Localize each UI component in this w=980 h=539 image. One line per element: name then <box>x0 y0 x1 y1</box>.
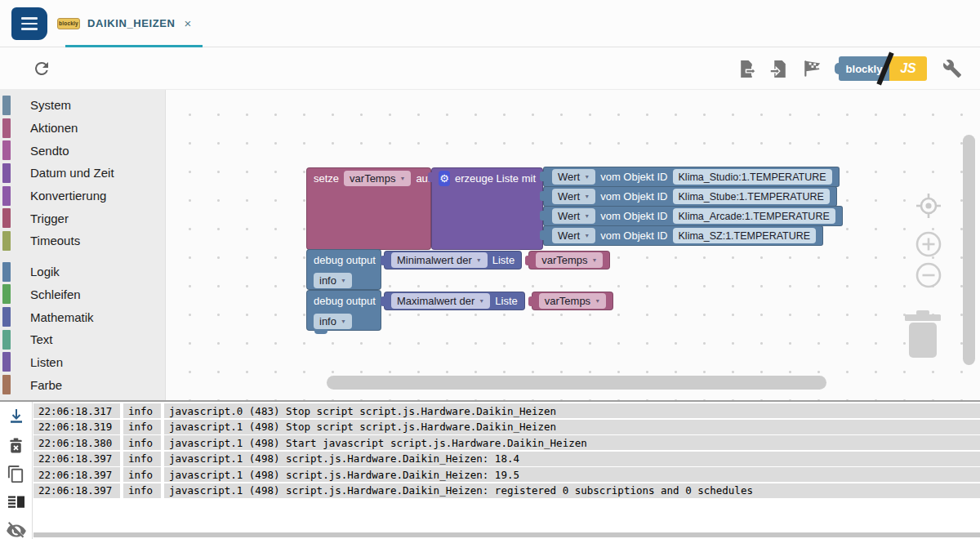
object-id-field[interactable]: Klima_SZ:1.TEMPERATURE <box>673 228 817 243</box>
minmax-dropdown[interactable]: Maximalwert der▼ <box>391 293 490 309</box>
log-horizontal-scrollbar[interactable] <box>33 532 980 537</box>
log-hide-button[interactable] <box>6 521 27 539</box>
block-get-variable-2[interactable]: varTemps▼ <box>532 292 613 310</box>
blockly-badge-icon: blockly <box>57 18 80 29</box>
import-blocks-button[interactable] <box>769 59 790 79</box>
from-object-label: vom Objekt ID <box>600 171 667 183</box>
log-clear-button[interactable] <box>6 435 27 455</box>
variable-value: varTemps <box>545 295 590 307</box>
palette-category-schleifen[interactable]: Schleifen <box>0 283 165 306</box>
log-layout-button[interactable] <box>6 492 27 512</box>
create-list-label: erzeuge Liste mit <box>455 172 536 185</box>
log-row: 22:06:18.397infojavascript.1 (498) scrip… <box>33 467 980 482</box>
gear-icon[interactable]: ⚙ <box>439 171 450 186</box>
palette-category-konvertierung[interactable]: Konvertierung <box>0 185 165 207</box>
palette-category-trigger[interactable]: Trigger <box>0 207 165 229</box>
debug-input-row-1: Minimalwert der▼ Liste varTemps▼ <box>384 251 610 270</box>
canvas-vertical-scrollbar[interactable] <box>963 135 975 365</box>
block-debug-output-1[interactable]: debug output info▼ <box>306 249 381 290</box>
log-time: 22:06:18.319 <box>33 420 120 434</box>
block-create-list[interactable]: ⚙ erzeuge Liste mit <box>431 167 543 250</box>
category-label: Schleifen <box>30 287 81 301</box>
chevron-down-icon: ▼ <box>595 298 600 304</box>
zoom-out-button[interactable] <box>915 261 942 292</box>
variable-dropdown[interactable]: varTemps▼ <box>536 252 603 268</box>
value-type: Wert <box>558 229 580 242</box>
from-object-label: vom Objekt ID <box>600 229 667 242</box>
log-row: 22:06:18.380infojavascript.1 (498) Start… <box>33 435 980 450</box>
category-color-strip <box>2 330 11 350</box>
object-id-field[interactable]: Klima_Studio:1.TEMPERATURE <box>673 169 832 185</box>
refresh-button[interactable] <box>31 58 52 79</box>
minmax-dropdown[interactable]: Minimalwert der▼ <box>391 252 488 268</box>
block-set-variable[interactable]: setze varTemps▼ auf <box>306 167 431 250</box>
object-id-field[interactable]: Klima_Stube:1.TEMPERATURE <box>673 189 830 204</box>
tab-bar: blockly DAIKIN_HEIZEN × <box>0 0 980 47</box>
value-type-dropdown[interactable]: Wert▼ <box>552 169 595 185</box>
chevron-down-icon: ▼ <box>584 233 590 238</box>
variable-dropdown[interactable]: varTemps▼ <box>539 293 606 309</box>
category-label: System <box>30 98 71 112</box>
palette-category-datum-und-zeit[interactable]: Datum und Zeit <box>0 162 165 185</box>
log-message: javascript.0 (483) Stop script script.js… <box>164 403 980 418</box>
zoom-in-button[interactable] <box>915 230 942 261</box>
block-list-minmax-2[interactable]: Maximalwert der▼ Liste <box>384 292 525 310</box>
tab-daikin-heizen[interactable]: blockly DAIKIN_HEIZEN × <box>54 0 201 47</box>
settings-wrench-button[interactable] <box>942 59 962 78</box>
block-get-variable-1[interactable]: varTemps▼ <box>528 251 610 270</box>
palette-category-aktionen[interactable]: Aktionen <box>0 117 165 140</box>
block-get-value-2[interactable]: Wert▼ vom Objekt ID Klima_Stube:1.TEMPER… <box>543 186 837 207</box>
palette-category-mathematik[interactable]: Mathematik <box>0 305 165 328</box>
block-list-minmax-1[interactable]: Minimalwert der▼ Liste <box>384 251 522 270</box>
palette-category-timeouts[interactable]: Timeouts <box>0 229 165 252</box>
palette-category-listen[interactable]: Listen <box>0 351 165 374</box>
value-type-dropdown[interactable]: Wert▼ <box>552 228 595 243</box>
palette-category-farbe[interactable]: Farbe <box>0 373 165 396</box>
log-severity: info <box>123 483 161 498</box>
workspace: System Aktionen Sendto Datum und Zeit Ko… <box>0 90 980 400</box>
log-message: javascript.1 (498) Stop script script.js… <box>164 420 980 434</box>
canvas-horizontal-scrollbar[interactable] <box>327 376 826 390</box>
toolbar-right-group: blockly JS <box>737 47 962 90</box>
chevron-down-icon: ▼ <box>341 318 346 324</box>
blockly-js-toggle[interactable]: blockly JS <box>839 56 927 81</box>
log-level-dropdown[interactable]: info▼ <box>314 273 352 288</box>
zoom-reset-button[interactable] <box>914 191 943 224</box>
category-label: Listen <box>30 355 63 369</box>
block-debug-output-2[interactable]: debug output info▼ <box>306 290 381 331</box>
category-color-strip <box>2 352 11 372</box>
workspace-trash-button[interactable] <box>902 309 943 363</box>
chevron-down-icon: ▼ <box>584 194 590 199</box>
log-level-dropdown[interactable]: info▼ <box>314 314 352 329</box>
palette-category-logik[interactable]: Logik <box>0 261 165 283</box>
chevron-down-icon: ▼ <box>584 174 590 180</box>
log-copy-button[interactable] <box>6 464 27 483</box>
category-color-strip <box>2 118 11 138</box>
object-id-field[interactable]: Klima_Arcade:1.TEMPERATURE <box>673 208 835 224</box>
category-color-strip <box>2 208 11 228</box>
value-type-dropdown[interactable]: Wert▼ <box>552 208 595 224</box>
menu-button[interactable] <box>11 7 47 40</box>
log-level: info <box>319 315 336 327</box>
blockly-canvas[interactable]: setze varTemps▼ auf ⚙ erzeuge Liste mit … <box>166 90 980 400</box>
check-blocks-button[interactable] <box>802 58 823 79</box>
value-type-dropdown[interactable]: Wert▼ <box>552 189 595 204</box>
log-message: javascript.1 (498) Start javascript scri… <box>164 435 980 450</box>
log-severity: info <box>123 467 161 482</box>
block-get-value-3[interactable]: Wert▼ vom Objekt ID Klima_Arcade:1.TEMPE… <box>543 206 843 226</box>
from-object-label: vom Objekt ID <box>600 210 667 222</box>
block-get-value-1[interactable]: Wert▼ vom Objekt ID Klima_Studio:1.TEMPE… <box>543 167 840 187</box>
log-toolbar <box>0 402 33 539</box>
category-label: Text <box>30 332 53 346</box>
list-layout-icon <box>7 492 26 512</box>
palette-category-system[interactable]: System <box>0 94 165 117</box>
variable-dropdown[interactable]: varTemps▼ <box>344 171 411 186</box>
liste-label: Liste <box>492 254 514 266</box>
block-get-value-4[interactable]: Wert▼ vom Objekt ID Klima_SZ:1.TEMPERATU… <box>543 225 823 246</box>
editor-toolbar: blockly JS <box>0 47 980 90</box>
export-blocks-button[interactable] <box>737 59 757 79</box>
palette-category-text[interactable]: Text <box>0 328 165 351</box>
log-download-button[interactable] <box>6 407 27 426</box>
tab-close-icon[interactable]: × <box>182 16 193 31</box>
palette-category-sendto[interactable]: Sendto <box>0 139 165 162</box>
